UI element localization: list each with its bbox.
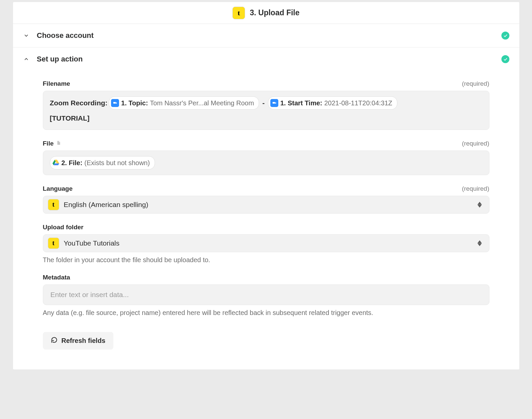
panel-header: t 3. Upload File [13, 2, 519, 24]
pill-value: (Exists but not shown) [84, 157, 150, 168]
refresh-icon [51, 337, 58, 345]
chevron-down-icon [23, 32, 30, 39]
pill-value: 2021-08-11T20:04:31Z [324, 97, 392, 109]
field-filename: Filename (required) Zoom Recording: 1. T… [43, 80, 489, 130]
metadata-help: Any data (e.g. file source, project name… [43, 309, 489, 317]
required-indicator: (required) [462, 140, 489, 147]
field-upload-folder: Upload folder t YouTube Tutorials The fo… [43, 224, 489, 264]
pill-label: 1. Topic: [121, 97, 148, 109]
field-language: Language (required) t English (American … [43, 185, 489, 214]
pill-zoom-topic[interactable]: 1. Topic: Tom Nassr's Per...al Meeting R… [109, 96, 259, 110]
file-input[interactable]: 2. File: (Exists but not shown) [43, 151, 489, 175]
app-icon: t [48, 238, 59, 249]
required-indicator: (required) [462, 80, 489, 87]
zoom-icon [270, 99, 278, 107]
section-title-choose-account: Choose account [37, 31, 94, 40]
field-metadata: Metadata Enter text or insert data... An… [43, 274, 489, 317]
language-select[interactable]: t English (American spelling) [43, 196, 489, 214]
pill-zoom-starttime[interactable]: 1. Start Time: 2021-08-11T20:04:31Z [268, 96, 397, 110]
chevron-up-icon [23, 56, 30, 62]
refresh-fields-button[interactable]: Refresh fields [43, 332, 113, 350]
section-setup-action[interactable]: Set up action [13, 48, 519, 71]
app-icon: t [48, 199, 59, 210]
field-file: File (required) 2. File: (Exists but not… [43, 140, 489, 175]
zoom-icon [111, 99, 119, 107]
google-drive-icon [52, 159, 60, 166]
select-arrows-icon [477, 240, 482, 246]
label-file: File [43, 140, 61, 147]
pill-value: Tom Nassr's Per...al Meeting Room [150, 97, 254, 109]
file-icon [56, 140, 61, 147]
app-icon: t [232, 7, 245, 19]
upload-folder-select[interactable]: t YouTube Tutorials [43, 234, 489, 252]
pill-drive-file[interactable]: 2. File: (Exists but not shown) [50, 156, 155, 169]
filename-suffix-text: [TUTORIAL] [50, 112, 482, 124]
status-complete-icon [501, 32, 509, 40]
metadata-placeholder: Enter text or insert data... [51, 291, 129, 298]
action-editor-panel: t 3. Upload File Choose account Set up a… [13, 2, 520, 370]
label-filename: Filename [43, 80, 70, 87]
section-choose-account[interactable]: Choose account [13, 24, 519, 48]
language-value: English (American spelling) [64, 201, 148, 209]
section-title-setup-action: Set up action [37, 55, 83, 63]
setup-action-form: Filename (required) Zoom Recording: 1. T… [13, 71, 519, 369]
filename-input[interactable]: Zoom Recording: 1. Topic: Tom Nassr's Pe… [43, 91, 489, 130]
required-indicator: (required) [462, 185, 489, 192]
panel-title: 3. Upload File [250, 8, 300, 17]
filename-separator: - [260, 97, 267, 109]
filename-prefix-text: Zoom Recording: [50, 97, 108, 109]
refresh-button-label: Refresh fields [62, 337, 105, 345]
label-language: Language [43, 185, 73, 192]
upload-folder-value: YouTube Tutorials [64, 239, 120, 247]
select-arrows-icon [477, 202, 482, 208]
status-complete-icon [501, 55, 509, 63]
pill-label: 2. File: [62, 157, 82, 168]
label-upload-folder: Upload folder [43, 224, 83, 231]
upload-folder-help: The folder in your account the file shou… [43, 256, 489, 264]
pill-label: 1. Start Time: [280, 97, 322, 109]
metadata-input[interactable]: Enter text or insert data... [43, 284, 489, 305]
label-metadata: Metadata [43, 274, 70, 281]
